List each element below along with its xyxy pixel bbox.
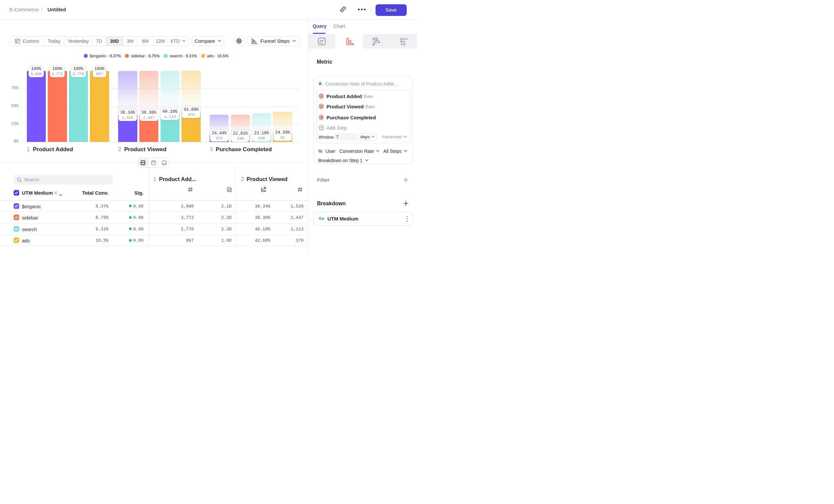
svg-text:3: 3	[321, 115, 322, 119]
svg-text:1: 1	[321, 94, 323, 98]
svg-text:2: 2	[321, 105, 322, 108]
